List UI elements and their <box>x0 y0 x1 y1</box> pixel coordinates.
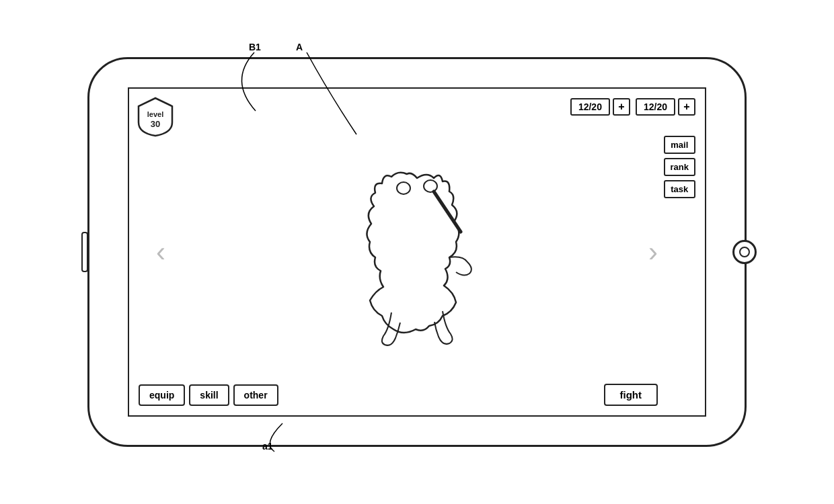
resource-value-1: 12/20 <box>570 98 610 116</box>
resource-plus-btn-2[interactable]: + <box>678 98 695 116</box>
annotation-a1: a1 <box>262 441 273 452</box>
shield-icon: level 30 <box>137 97 174 137</box>
svg-text:level: level <box>147 110 163 118</box>
bottom-buttons: equip skill other <box>139 384 278 406</box>
skill-button[interactable]: skill <box>189 384 229 406</box>
resource-bars: 12/20 + 12/20 + <box>570 98 695 116</box>
svg-point-3 <box>424 180 437 192</box>
annotation-a: A <box>296 42 303 52</box>
resource-value-2: 12/20 <box>636 98 675 116</box>
phone-frame: level 30 12/20 + 12/20 + mail rank task … <box>87 57 747 447</box>
mail-button[interactable]: mail <box>664 136 695 154</box>
level-badge: level 30 <box>137 97 174 140</box>
home-button[interactable] <box>732 240 757 264</box>
equip-button[interactable]: equip <box>139 384 185 406</box>
resource-bar-2: 12/20 + <box>636 98 695 116</box>
character-svg <box>343 158 491 346</box>
svg-text:30: 30 <box>151 119 160 129</box>
character-display <box>323 151 511 353</box>
game-screen: level 30 12/20 + 12/20 + mail rank task … <box>128 87 706 417</box>
resource-bar-1: 12/20 + <box>570 98 630 116</box>
task-button[interactable]: task <box>664 180 695 198</box>
fight-button[interactable]: fight <box>604 384 658 406</box>
right-side-buttons: mail rank task <box>664 136 695 198</box>
volume-button[interactable] <box>81 232 88 272</box>
annotation-b1: B1 <box>249 42 261 52</box>
resource-plus-btn-1[interactable]: + <box>613 98 630 116</box>
other-button[interactable]: other <box>233 384 278 406</box>
svg-point-2 <box>397 182 410 194</box>
nav-arrow-left[interactable]: ‹ <box>156 238 165 266</box>
nav-arrow-right[interactable]: › <box>648 238 658 266</box>
home-button-inner <box>739 247 750 257</box>
rank-button[interactable]: rank <box>664 158 695 176</box>
